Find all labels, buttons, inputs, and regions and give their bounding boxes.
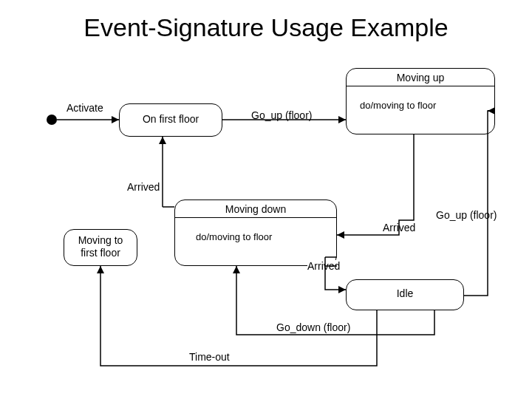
svg-marker-14: [338, 286, 346, 293]
svg-marker-5: [159, 137, 166, 144]
initial-state: [47, 115, 57, 125]
label-go-down-floor: Go_down (floor): [276, 321, 350, 333]
state-moving-to-first-floor: Moving to first floor: [64, 229, 137, 266]
state-idle: Idle: [346, 279, 464, 310]
state-on-first-floor-title: On first floor: [120, 104, 222, 134]
svg-marker-8: [337, 231, 344, 239]
page-title: Event-Signature Usage Example: [0, 13, 532, 42]
state-moving-down: Moving down do/moving to floor: [174, 200, 337, 266]
label-go-up-floor-1: Go_up (floor): [251, 109, 312, 121]
label-arrived-2: Arrived: [383, 222, 415, 233]
label-time-out: Time-out: [189, 351, 230, 363]
state-on-first-floor: On first floor: [119, 103, 222, 137]
label-arrived-1: Arrived: [127, 181, 160, 193]
state-moving-to-first-floor-title-l2: first floor: [81, 247, 120, 259]
state-moving-down-title: Moving down: [175, 200, 336, 217]
state-moving-up-title: Moving up: [347, 69, 494, 86]
state-moving-up: Moving up do/moving to floor: [346, 68, 495, 134]
label-go-up-floor-2: Go_up (floor): [436, 209, 497, 221]
state-moving-down-activity: do/moving to floor: [175, 218, 336, 250]
label-arrived-3: Arrived: [307, 260, 340, 272]
label-activate: Activate: [66, 102, 103, 114]
svg-marker-3: [338, 116, 346, 123]
svg-marker-1: [112, 116, 119, 123]
svg-marker-15: [233, 266, 240, 273]
svg-marker-16: [97, 266, 104, 273]
state-moving-up-activity: do/moving to floor: [347, 86, 494, 118]
state-moving-to-first-floor-title-l1: Moving to: [78, 234, 123, 246]
state-idle-title: Idle: [347, 280, 463, 307]
